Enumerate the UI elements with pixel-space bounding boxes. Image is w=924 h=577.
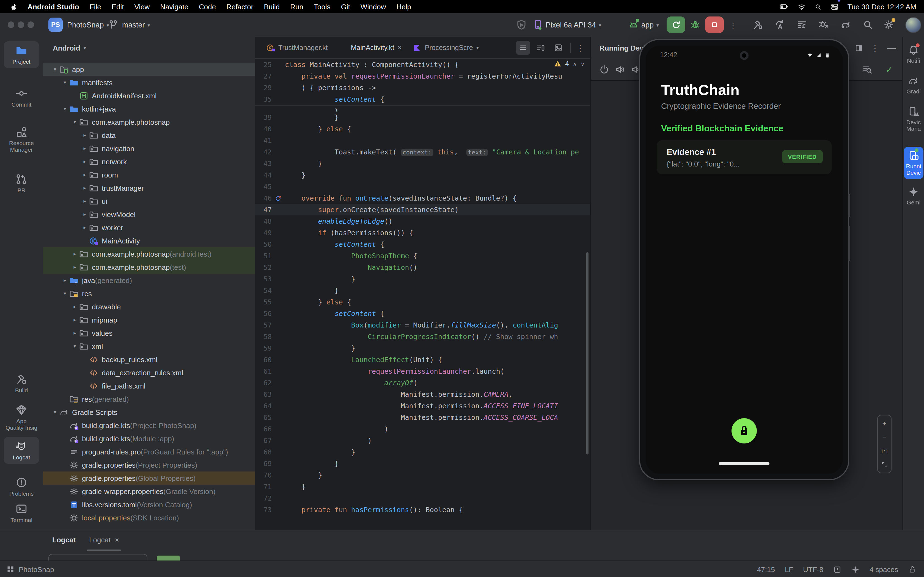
tool-window-button[interactable]: Runni Devic [903,147,924,179]
code-line[interactable]: 47 super.onCreate(savedInstanceState) [255,204,590,215]
menu-item[interactable]: Run [290,2,303,11]
code-line[interactable]: 42 Toast.makeText( context: this, text: … [255,146,590,158]
code-line[interactable]: 50 setContent { [255,239,590,250]
code-line[interactable]: 56 setContent { [255,308,590,319]
user-avatar[interactable] [905,17,921,33]
panel-minimize-button[interactable]: — [887,43,896,53]
gradle-icon[interactable] [840,19,851,30]
code-line[interactable]: } [255,105,590,111]
code-line[interactable]: 62 arrayOf( [255,377,590,388]
caret-position[interactable]: 47:15 [757,565,775,574]
override-gutter-icon[interactable] [275,195,282,201]
menu-bar-clock[interactable]: Tue 30 Dec 12:42 AM [847,2,916,11]
tree-row[interactable]: ▸ network [43,155,255,168]
build-project-button[interactable] [753,19,763,30]
tree-row[interactable]: ▾ manifests [43,76,255,89]
tree-row[interactable]: ▾ app [43,63,255,76]
chevron-down-icon[interactable]: ▾ [476,45,479,50]
tool-window-button[interactable]: PR [0,173,43,193]
tree-row[interactable]: ▸ drawable [43,300,255,313]
device-selector[interactable]: Pixel 6a API 34▾ [546,13,601,37]
code-line[interactable]: 72 [255,492,590,504]
tree-row[interactable]: build.gradle.kts (Project: PhotoSnap) [43,419,255,432]
tree-row[interactable]: gradle.properties (Global Properties) [43,472,255,485]
tree-row[interactable]: libs.versions.toml (Version Catalog) [43,498,255,511]
indent-setting[interactable]: 4 spaces [869,565,898,574]
tree-row[interactable]: MainActivity [43,234,255,247]
tool-window-button[interactable]: Project [0,41,43,68]
code-line[interactable]: 45 [255,181,590,192]
tool-window-button[interactable]: Problems [0,476,43,497]
tree-row[interactable]: ▸ data [43,129,255,142]
code-line[interactable]: 44 } [255,169,590,181]
tree-row[interactable]: local.properties (SDK Location) [43,511,255,524]
inspection-widget[interactable]: 4 ∧ ∨ [554,60,585,68]
code-line[interactable]: 65 Manifest.permission.ACCESS_COARSE_LOC… [255,412,590,423]
code-line[interactable]: 66 ) [255,423,590,435]
tree-row[interactable]: ▸ values [43,326,255,340]
menu-item[interactable]: Navigate [160,2,188,11]
menu-item[interactable]: Git [341,2,350,11]
window-minimize-button[interactable] [18,21,24,28]
code-line[interactable]: 40 } else { [255,123,590,135]
tool-window-button[interactable]: App Quality Insig [0,404,43,431]
emulator-control-icon[interactable] [599,64,609,75]
menu-item[interactable]: Help [396,2,411,11]
sync-project-button[interactable] [774,19,785,30]
tool-window-button[interactable]: Gradl [903,75,924,95]
emulator-screen[interactable]: 12:42 TruthChain Cryptographic Evidence … [646,46,843,474]
code-line[interactable]: 54 } [255,285,590,296]
file-encoding[interactable]: UTF-8 [803,565,823,574]
line-separator[interactable]: LF [785,565,793,574]
view-mode-split-button[interactable] [533,41,548,55]
emulator-control-icon[interactable] [615,64,625,75]
tree-row[interactable]: file_paths.xml [43,379,255,392]
tree-row[interactable]: ▸ room [43,168,255,181]
tree-row[interactable]: backup_rules.xml [43,353,255,366]
stop-button[interactable] [705,16,724,33]
tree-row[interactable]: ▸ mipmap [43,313,255,326]
branch-selector[interactable]: master▾ [122,13,150,37]
tree-row[interactable]: gradle-wrapper.properties (Gradle Versio… [43,485,255,498]
evidence-card[interactable]: Evidence #1 {"lat": "0.0", "long": "0...… [657,140,832,174]
status-project[interactable]: PhotoSnap [6,565,54,574]
tool-window-button[interactable]: Build [0,373,43,393]
tool-window-button[interactable]: Devic Mana [903,106,924,132]
run-config-selector[interactable]: app▾ [641,13,659,37]
tree-row[interactable]: ▸ viewModel [43,208,255,221]
close-logcat-tab-icon[interactable]: × [115,536,119,544]
code-line[interactable]: 51 PhotoSnapTheme { [255,250,590,261]
tree-row[interactable]: ▸ com.example.photosnap (test) [43,261,255,274]
editor-tab[interactable]: MainActivity.kt × [333,37,407,58]
tree-row[interactable]: gradle.properties (Project Properties) [43,458,255,472]
tree-row[interactable]: ▸ java (generated) [43,274,255,287]
rerun-button[interactable] [667,16,685,33]
tree-row[interactable]: ▾ kotlin+java [43,102,255,115]
tree-row[interactable]: ▸ trustManager [43,181,255,195]
editor-scrollbar[interactable] [586,252,588,455]
code-line[interactable]: 39 } [255,111,590,123]
code-line[interactable]: 43 } [255,158,590,169]
tree-row[interactable]: ▾ com.example.photosnap [43,115,255,129]
window-zoom-button[interactable] [27,21,34,28]
code-line[interactable]: 52 Navigation() [255,261,590,273]
tree-row[interactable]: ▸ navigation [43,142,255,155]
menu-item[interactable]: File [90,2,101,11]
device-info-search-icon[interactable] [862,64,872,75]
build-variants-button[interactable] [796,19,808,30]
tool-window-button[interactable]: Gemi [903,186,924,206]
shield-icon[interactable] [516,19,527,30]
window-close-button[interactable] [8,21,14,28]
editor-tab[interactable]: TrustManager.kt [261,37,333,58]
tree-row[interactable]: ▾ res [43,287,255,300]
tool-window-button[interactable]: Terminal [0,503,43,523]
tree-row[interactable]: res (generated) [43,392,255,406]
tool-window-button[interactable]: Resource Manager [0,126,43,153]
menu-item[interactable]: Code [199,2,216,11]
tree-row[interactable]: ▾ Gradle Scripts [43,406,255,419]
panel-options-button[interactable]: ⋮ [871,43,879,53]
home-indicator[interactable] [719,462,769,465]
spotlight-search-icon[interactable] [814,3,821,10]
file-lock-icon[interactable] [908,565,916,574]
tree-row[interactable]: build.gradle.kts (Module :app) [43,432,255,445]
